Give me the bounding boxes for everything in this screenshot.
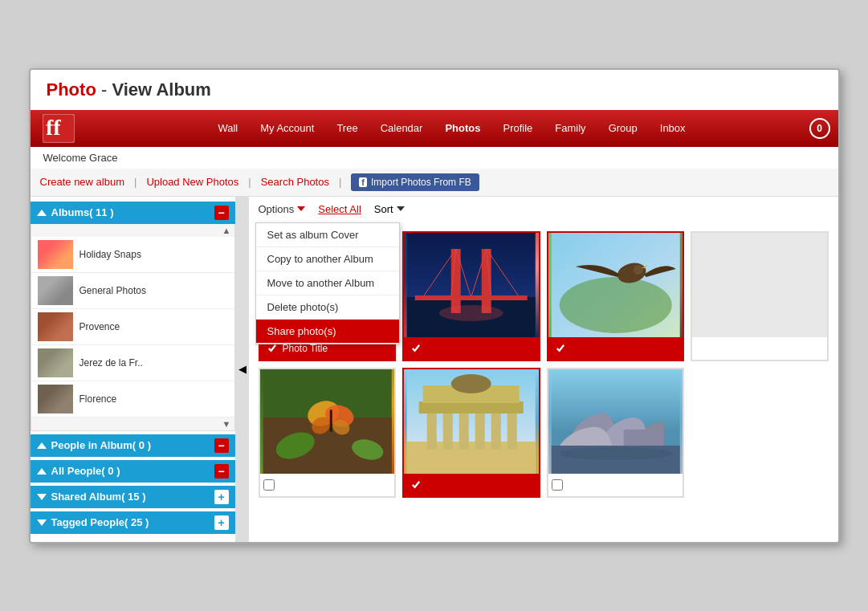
albums-header[interactable]: Albums( 11 ) − xyxy=(31,202,235,224)
nav-calendar[interactable]: Calendar xyxy=(381,122,423,134)
nav-wall[interactable]: Wall xyxy=(218,122,238,134)
nav-group[interactable]: Group xyxy=(609,122,638,134)
sort-button[interactable]: Sort xyxy=(374,203,405,215)
shared-expand-button[interactable]: + xyxy=(214,490,229,504)
photo-checkbox-6[interactable] xyxy=(410,479,422,491)
people-label: People in Album( 0 ) xyxy=(51,439,151,451)
main-photos-area: Options Select All Sort Set as album Cov… xyxy=(249,197,838,542)
navbar: ff Wall My Account Tree Calendar Photos … xyxy=(31,110,838,147)
nav-inbox[interactable]: Inbox xyxy=(660,122,686,134)
album-name-florence: Florence xyxy=(79,393,117,405)
menu-move-album[interactable]: Move to another Album xyxy=(256,271,399,295)
people-header[interactable]: People in Album( 0 ) − xyxy=(31,434,235,457)
title-photo: Photo xyxy=(47,79,96,100)
album-thumb-general xyxy=(38,276,73,305)
photo-checkbox-2[interactable] xyxy=(410,343,422,354)
nav-profile[interactable]: Profile xyxy=(503,122,532,134)
album-thumb-provence xyxy=(38,312,73,341)
svg-point-28 xyxy=(633,265,642,275)
tagged-collapse-icon xyxy=(37,519,47,526)
nav-family[interactable]: Family xyxy=(555,122,585,134)
album-florence[interactable]: Florence xyxy=(31,381,234,418)
svg-rect-23 xyxy=(415,295,528,300)
people-collapse-button[interactable]: − xyxy=(214,438,229,453)
albums-section: Albums( 11 ) − ▲ Holiday Snaps General P… xyxy=(31,202,235,431)
main-window: Photo - View Album ff Wall My Account Tr… xyxy=(29,68,840,544)
context-menu: Set as album Cover Copy to another Album… xyxy=(255,222,400,344)
menu-copy-album[interactable]: Copy to another Album xyxy=(256,247,399,271)
photo-checkbox-5[interactable] xyxy=(263,479,275,491)
album-jerez[interactable]: Jerez de la Fr.. xyxy=(31,345,234,381)
photo-footer-7 xyxy=(548,474,683,496)
people-section: People in Album( 0 ) − xyxy=(31,434,235,457)
scroll-up-arrow[interactable]: ▲ xyxy=(222,226,231,235)
nav-tree[interactable]: Tree xyxy=(336,122,357,134)
all-people-collapse-button[interactable]: − xyxy=(214,464,229,479)
shared-header[interactable]: Shared Album( 15 ) + xyxy=(31,486,235,508)
svg-rect-52 xyxy=(623,430,663,446)
album-provence[interactable]: Provence xyxy=(31,309,234,345)
sidebar: Albums( 11 ) − ▲ Holiday Snaps General P… xyxy=(31,197,236,542)
options-label: Options xyxy=(259,203,295,215)
albums-collapse-button[interactable]: − xyxy=(214,206,229,220)
all-people-expand-icon xyxy=(37,468,47,475)
logo-icon: ff xyxy=(43,114,75,143)
nav-links: Wall My Account Tree Calendar Photos Pro… xyxy=(95,122,809,134)
search-photos-link[interactable]: Search Photos xyxy=(261,176,329,188)
guggenheim-svg xyxy=(548,369,683,474)
photo-footer-4 xyxy=(692,337,827,360)
photo-cell-2[interactable] xyxy=(402,231,540,361)
menu-set-cover[interactable]: Set as album Cover xyxy=(256,223,399,247)
svg-point-53 xyxy=(559,447,671,460)
photo-cell-5[interactable] xyxy=(259,368,397,498)
butterfly-svg xyxy=(260,369,395,474)
shared-section: Shared Album( 15 ) + xyxy=(31,486,235,508)
album-name-general: General Photos xyxy=(79,285,146,296)
options-bar: Options Select All Sort Set as album Cov… xyxy=(249,197,838,222)
album-thumb-holiday xyxy=(38,240,73,269)
photo-checkbox-3[interactable] xyxy=(555,343,566,354)
upload-photos-link[interactable]: Upload New Photos xyxy=(146,176,238,188)
tagged-expand-button[interactable]: + xyxy=(214,515,229,530)
title-rest: View Album xyxy=(112,79,210,100)
svg-rect-43 xyxy=(475,409,485,450)
svg-rect-44 xyxy=(491,409,501,450)
album-name-jerez: Jerez de la Fr.. xyxy=(79,357,143,369)
photo-cell-6[interactable] xyxy=(402,368,540,498)
photo-checkbox-1[interactable] xyxy=(267,343,278,354)
fb-icon: f xyxy=(359,177,367,187)
svg-rect-45 xyxy=(507,409,517,450)
album-holiday-snaps[interactable]: Holiday Snaps xyxy=(31,237,234,273)
menu-share-photos[interactable]: Share photo(s) xyxy=(256,320,399,344)
photo-cell-3[interactable] xyxy=(547,231,685,361)
photo-cell-4[interactable] xyxy=(691,231,829,361)
nav-photos[interactable]: Photos xyxy=(445,122,480,134)
shared-label: Shared Album( 15 ) xyxy=(51,491,146,503)
select-all-button[interactable]: Select All xyxy=(318,203,361,215)
tagged-header[interactable]: Tagged People( 25 ) + xyxy=(31,511,235,534)
sidebar-collapse-arrow[interactable]: ◀ xyxy=(236,197,249,542)
fb-import-button[interactable]: f Import Photos From FB xyxy=(351,173,479,191)
svg-point-24 xyxy=(439,305,503,321)
album-general-photos[interactable]: General Photos xyxy=(31,273,234,309)
inbox-badge-area: 0 xyxy=(809,118,830,139)
inbox-count-badge[interactable]: 0 xyxy=(809,118,830,139)
tagged-section: Tagged People( 25 ) + xyxy=(31,511,235,534)
photo-image-2 xyxy=(404,233,539,337)
photo-image-6 xyxy=(404,369,539,474)
scroll-down-arrow[interactable]: ▼ xyxy=(222,419,231,429)
photo-image-7 xyxy=(548,369,683,474)
photo-checkbox-7[interactable] xyxy=(552,479,563,491)
sort-label: Sort xyxy=(374,203,393,215)
nav-myaccount[interactable]: My Account xyxy=(260,122,314,134)
all-people-header[interactable]: All People( 0 ) − xyxy=(31,460,235,483)
shared-collapse-icon xyxy=(37,494,47,500)
svg-rect-46 xyxy=(419,401,524,413)
options-button[interactable]: Options xyxy=(259,203,306,215)
create-album-link[interactable]: Create new album xyxy=(40,176,125,188)
svg-rect-42 xyxy=(459,409,469,450)
album-name-holiday: Holiday Snaps xyxy=(79,249,141,260)
gate-svg xyxy=(404,369,539,474)
menu-delete-photos[interactable]: Delete photo(s) xyxy=(256,295,399,320)
photo-cell-7[interactable] xyxy=(547,368,685,498)
